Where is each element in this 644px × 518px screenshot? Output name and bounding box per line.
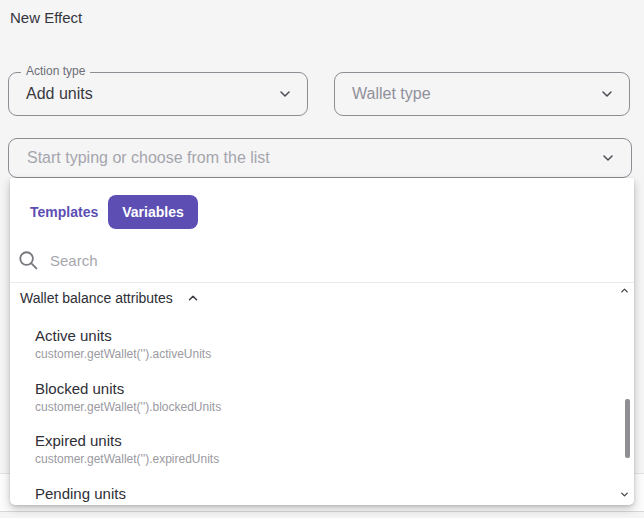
list-item-blocked-units[interactable]: Blocked units customer.getWallet('').blo…	[35, 380, 221, 414]
scroll-down-icon[interactable]	[619, 489, 630, 500]
search-input[interactable]	[50, 252, 634, 269]
group-label: Wallet balance attributes	[20, 290, 173, 306]
tab-templates[interactable]: Templates	[20, 196, 108, 228]
item-title: Active units	[35, 327, 211, 344]
chevron-down-icon[interactable]	[600, 150, 616, 166]
list-item-active-units[interactable]: Active units customer.getWallet('').acti…	[35, 327, 211, 361]
tab-variables[interactable]: Variables	[108, 195, 198, 229]
item-code: customer.getWallet('').activeUnits	[35, 348, 211, 361]
variables-list: Wallet balance attributes Active units c…	[10, 283, 634, 505]
action-type-value: Add units	[26, 85, 93, 103]
action-type-label: Action type	[21, 64, 90, 78]
chevron-down-icon	[277, 86, 293, 102]
variable-picker-dropdown: Templates Variables Wallet balance attri…	[10, 178, 634, 505]
list-item-expired-units[interactable]: Expired units customer.getWallet('').exp…	[35, 432, 219, 466]
wallet-type-placeholder: Wallet type	[352, 85, 431, 103]
chevron-down-icon	[599, 86, 615, 102]
scrollbar-thumb[interactable]	[625, 399, 630, 458]
variable-picker-combobox[interactable]	[8, 138, 632, 178]
search-icon	[17, 249, 40, 272]
variable-picker-input[interactable]	[27, 149, 631, 167]
wallet-type-select[interactable]: Wallet type	[334, 72, 630, 116]
list-item-pending-units[interactable]: Pending units	[35, 485, 126, 502]
picker-tabs: Templates Variables	[20, 195, 198, 228]
new-effect-screen: New Effect Action type Add units Wallet …	[0, 0, 644, 518]
item-title: Pending units	[35, 485, 126, 502]
item-code: customer.getWallet('').blockedUnits	[35, 401, 221, 414]
item-title: Blocked units	[35, 380, 221, 397]
action-type-select[interactable]: Action type Add units	[8, 72, 308, 116]
group-wallet-balance-attributes[interactable]: Wallet balance attributes	[20, 290, 200, 306]
page-title: New Effect	[10, 9, 82, 26]
scroll-up-icon[interactable]	[619, 285, 630, 296]
item-code: customer.getWallet('').expiredUnits	[35, 453, 219, 466]
item-title: Expired units	[35, 432, 219, 449]
variable-search[interactable]	[10, 238, 634, 282]
chevron-up-icon	[186, 291, 200, 305]
